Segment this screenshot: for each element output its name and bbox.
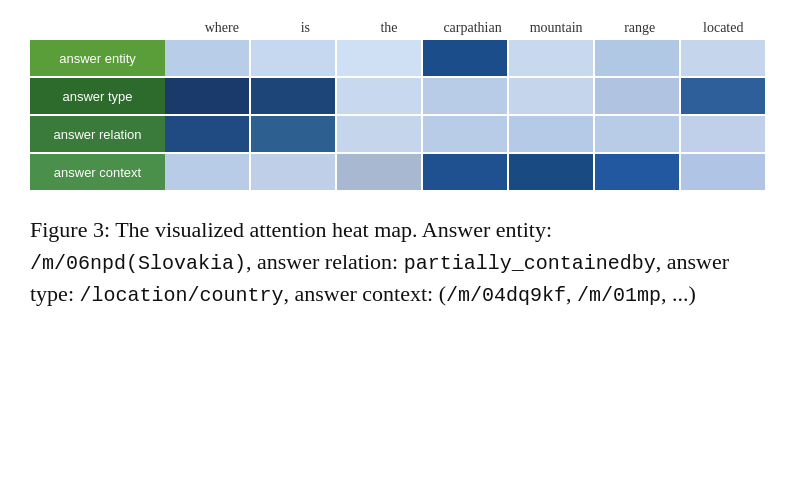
row-label-type: answer type	[30, 78, 165, 114]
heatmap-cell	[681, 40, 765, 76]
heatmap-row: answer entity	[30, 40, 765, 76]
col-header: is	[264, 20, 348, 36]
heatmap-cells	[165, 78, 765, 114]
type-code: /location/country	[80, 284, 284, 307]
heatmap-cell	[595, 154, 679, 190]
relation-code: partially_containedby	[404, 252, 656, 275]
heatmap-cell	[681, 78, 765, 114]
heatmap-cell	[509, 154, 593, 190]
col-header: the	[347, 20, 431, 36]
heatmap-cell	[595, 116, 679, 152]
row-label-entity: answer entity	[30, 40, 165, 76]
context-code2: /m/01mp	[577, 284, 661, 307]
column-headers: whereisthecarpathianmountainrangelocated	[180, 20, 765, 36]
heatmap-cell	[337, 116, 421, 152]
heatmap-container: whereisthecarpathianmountainrangelocated…	[30, 20, 765, 190]
entity-code: /m/06npd(Slovakia)	[30, 252, 246, 275]
col-header: located	[681, 20, 765, 36]
heatmap-cell	[509, 78, 593, 114]
heatmap-cell	[595, 78, 679, 114]
heatmap-cell	[251, 154, 335, 190]
heatmap-cell	[509, 116, 593, 152]
context-code1: /m/04dq9kf	[446, 284, 566, 307]
col-header: where	[180, 20, 264, 36]
heatmap-cell	[165, 78, 249, 114]
heatmap-cell	[509, 40, 593, 76]
heatmap-cell	[165, 154, 249, 190]
heatmap-cell	[165, 116, 249, 152]
heatmap-cell	[337, 40, 421, 76]
heatmap-cells	[165, 154, 765, 190]
heatmap-cell	[423, 40, 507, 76]
col-header: range	[598, 20, 682, 36]
caption-text: The visualized attention heat map. Answe…	[30, 217, 729, 306]
heatmap-cell	[251, 78, 335, 114]
heatmap-row: answer type	[30, 78, 765, 114]
heatmap-rows: answer entityanswer typeanswer relationa…	[30, 40, 765, 190]
heatmap-cell	[681, 116, 765, 152]
col-header: mountain	[514, 20, 598, 36]
heatmap-cell	[595, 40, 679, 76]
heatmap-cells	[165, 116, 765, 152]
heatmap-row: answer relation	[30, 116, 765, 152]
heatmap-cell	[165, 40, 249, 76]
row-label-relation: answer relation	[30, 116, 165, 152]
heatmap-cell	[337, 78, 421, 114]
row-label-context: answer context	[30, 154, 165, 190]
figure-caption: Figure 3: The visualized attention heat …	[30, 214, 765, 310]
heatmap-row: answer context	[30, 154, 765, 190]
heatmap-cell	[251, 116, 335, 152]
heatmap-cell	[251, 40, 335, 76]
heatmap-cell	[681, 154, 765, 190]
col-header: carpathian	[431, 20, 515, 36]
heatmap-cell	[423, 116, 507, 152]
figure-label: Figure 3:	[30, 217, 110, 242]
heatmap-cell	[423, 154, 507, 190]
heatmap-cell	[423, 78, 507, 114]
heatmap-cells	[165, 40, 765, 76]
heatmap-cell	[337, 154, 421, 190]
